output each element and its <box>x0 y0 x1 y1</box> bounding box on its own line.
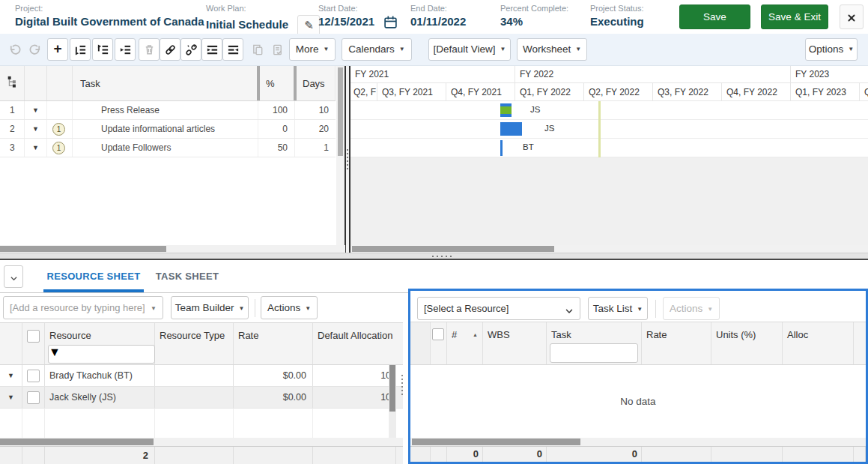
scrollbar-thumb[interactable] <box>0 439 154 445</box>
resource-allocation[interactable]: 100 <box>313 365 396 387</box>
task-grid-horizontal-scrollbar[interactable] <box>0 245 345 253</box>
link-tasks-button[interactable] <box>160 38 180 61</box>
gantt-bar-update-followers[interactable] <box>500 140 503 156</box>
gantt-horizontal-scrollbar[interactable] <box>350 245 868 253</box>
assignment-actions-button[interactable]: Actions▼ <box>663 297 720 320</box>
more-menu-button[interactable]: More▼ <box>289 38 336 61</box>
row-checkbox[interactable] <box>27 370 40 382</box>
resource-actions-button[interactable]: Actions▼ <box>261 296 318 319</box>
task-list-button[interactable]: Task List▼ <box>588 297 648 320</box>
default-allocation-column-header[interactable]: Default Allocation <box>313 323 396 364</box>
predecessor-badge[interactable]: 1 <box>52 142 65 154</box>
calendars-menu-button[interactable]: Calendars▼ <box>342 38 412 61</box>
paste-button[interactable] <box>267 38 288 61</box>
panel-splitter-grip-icon[interactable] <box>401 373 403 397</box>
scrollbar-thumb[interactable] <box>389 365 395 412</box>
save-exit-button[interactable]: Save & Exit <box>761 4 828 29</box>
resource-table-vertical-scrollbar[interactable] <box>389 365 396 438</box>
scrollbar-thumb[interactable] <box>338 67 343 156</box>
resource-column-header[interactable]: Resource ▼ <box>45 323 155 364</box>
allocation-column-header[interactable]: Alloc <box>783 322 854 364</box>
row-menu-button[interactable]: ▼ <box>25 120 46 139</box>
options-label: Options <box>809 43 844 55</box>
number-column-header[interactable]: # ▲ <box>447 322 483 364</box>
gantt-bar-update-articles[interactable] <box>500 122 522 136</box>
team-builder-button[interactable]: Team Builder▼ <box>171 296 249 319</box>
insert-subtask-button[interactable] <box>92 38 113 61</box>
edit-workplan-button[interactable]: ✎ <box>297 15 320 36</box>
task-filter-input[interactable] <box>550 344 637 362</box>
outdent-task-button[interactable] <box>222 38 243 61</box>
grid-gantt-splitter[interactable] <box>345 66 350 253</box>
task-percent[interactable]: 0 <box>258 120 294 139</box>
resource-rate[interactable]: $0.00 <box>234 365 312 387</box>
task-grid-vertical-scrollbar[interactable] <box>336 66 345 245</box>
resource-table-horizontal-scrollbar[interactable] <box>0 438 403 446</box>
gantt-bar-press-release[interactable] <box>500 103 512 117</box>
task-column-header[interactable]: Task <box>73 66 258 100</box>
row-menu-button[interactable]: ▼ <box>25 101 46 120</box>
task-row[interactable]: 1 ▼ Press Release 100 10 <box>0 101 336 120</box>
resource-row[interactable]: ▼ Brady Tkachuk (BT) $0.00 100 <box>0 365 403 387</box>
task-days[interactable]: 20 <box>295 120 336 139</box>
task-days[interactable]: 1 <box>295 139 336 157</box>
percent-column-header[interactable]: % <box>258 66 295 100</box>
resource-filter-select[interactable]: ▼ <box>48 345 155 364</box>
resource-rate[interactable]: $0.00 <box>234 387 312 409</box>
task-row[interactable]: 2 ▼ 1 Update informational articles 0 20 <box>0 120 336 139</box>
resource-allocation[interactable]: 100 <box>313 387 396 409</box>
scrollbar-thumb[interactable] <box>352 246 554 252</box>
close-button[interactable] <box>840 4 864 29</box>
rate-column-header[interactable]: Rate <box>234 323 313 364</box>
row-menu-button[interactable]: ▼ <box>25 139 46 157</box>
undo-button[interactable] <box>4 38 25 61</box>
task-percent[interactable]: 50 <box>258 139 294 157</box>
select-all-checkbox[interactable] <box>27 330 40 343</box>
predecessor-badge[interactable]: 1 <box>52 123 65 136</box>
assignment-table-horizontal-scrollbar[interactable] <box>410 438 866 446</box>
rate-column-header[interactable]: Rate <box>642 322 711 364</box>
collapse-panel-button[interactable] <box>4 265 23 288</box>
row-checkbox[interactable] <box>27 391 40 404</box>
insert-task-above-button[interactable] <box>115 38 136 61</box>
delete-task-button[interactable] <box>139 38 160 61</box>
copy-button[interactable] <box>247 38 268 61</box>
scrollbar-thumb[interactable] <box>0 246 166 252</box>
task-row[interactable]: 3 ▼ 1 Update Followers 50 1 <box>0 139 336 157</box>
panes-splitter[interactable] <box>0 253 868 260</box>
options-menu-button[interactable]: Options▼ <box>805 38 858 61</box>
task-days[interactable]: 10 <box>295 101 336 120</box>
task-percent[interactable]: 100 <box>258 101 294 120</box>
undo-icon <box>8 43 21 56</box>
resource-type-column-header[interactable]: Resource Type <box>155 323 234 364</box>
indent-task-button[interactable] <box>201 38 222 61</box>
add-resource-combobox[interactable]: ▼ <box>3 296 163 319</box>
task-name[interactable]: Press Release <box>73 101 258 120</box>
unlink-tasks-button[interactable] <box>180 38 201 61</box>
wbs-column-header[interactable]: WBS <box>483 322 547 364</box>
tab-resource-sheet[interactable]: RESOURCE SHEET <box>43 260 144 292</box>
resource-row[interactable]: ▼ Jack Skelly (JS) $0.00 100 <box>0 387 403 409</box>
scrollbar-thumb[interactable] <box>412 439 580 445</box>
add-resource-input[interactable] <box>10 297 145 319</box>
worksheet-menu-button[interactable]: Worksheet▼ <box>517 38 587 61</box>
view-select-button[interactable]: [Default View]▼ <box>428 38 511 61</box>
select-all-checkbox[interactable] <box>432 328 444 340</box>
resource-name[interactable]: Brady Tkachuk (BT) <box>45 365 154 387</box>
select-resource-dropdown[interactable]: [Select a Resource] <box>417 297 580 320</box>
insert-task-below-button[interactable] <box>70 38 91 61</box>
redo-button[interactable] <box>25 38 46 61</box>
days-column-header[interactable]: Days <box>295 66 336 100</box>
add-task-button[interactable]: + <box>47 38 68 61</box>
task-name[interactable]: Update Followers <box>73 139 258 157</box>
tab-task-sheet[interactable]: TASK SHEET <box>150 260 225 292</box>
task-column-header[interactable]: Task <box>547 322 642 364</box>
resource-name[interactable]: Jack Skelly (JS) <box>45 387 154 409</box>
row-menu-button[interactable]: ▼ <box>0 365 22 387</box>
hierarchy-column-header[interactable] <box>0 66 25 100</box>
task-name[interactable]: Update informational articles <box>73 120 258 139</box>
save-button[interactable]: Save <box>679 4 750 29</box>
start-date-calendar-button[interactable] <box>383 15 398 29</box>
units-column-header[interactable]: Units (%) <box>711 322 783 364</box>
row-menu-button[interactable]: ▼ <box>0 387 22 409</box>
